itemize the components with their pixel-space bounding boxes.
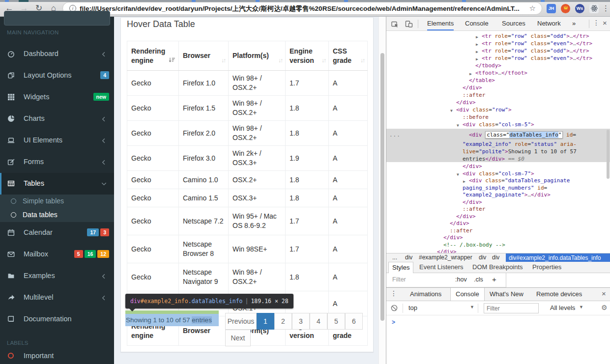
expand-arrow-icon[interactable]: ▶ [476, 56, 478, 62]
expand-arrow-icon[interactable]: ▶ [476, 34, 478, 40]
react-devtools-extension[interactable] [589, 4, 599, 13]
sidebar-item-forms[interactable]: Forms [0, 151, 114, 173]
column-header[interactable]: CSS grade↓↑ [329, 41, 368, 71]
collapse-arrow-icon[interactable]: ▼ [457, 122, 459, 129]
tab-network[interactable]: Network [537, 17, 561, 30]
browser-menu-icon[interactable]: ⋮ [602, 3, 610, 13]
styles-filter-input[interactable]: Filter [392, 276, 406, 283]
dom-tree-line[interactable]: <!-- /.box-body --> [443, 242, 505, 248]
collapse-arrow-icon[interactable]: ▼ [457, 171, 459, 178]
dom-tree-line[interactable]: entries</div> == $0 [463, 156, 524, 162]
dom-tree-line[interactable]: <div class="dataTables_info" id= [469, 132, 576, 138]
ws-extension[interactable]: Ws [575, 4, 584, 13]
breadcrumb-item[interactable]: #example2_wrapper [419, 253, 472, 262]
dom-tree-line[interactable]: </div> [456, 213, 476, 220]
previous-button[interactable]: Previous [225, 313, 257, 330]
table-row[interactable]: GeckoNetscape Browser 8Win 98SE+1.7A [127, 235, 368, 263]
column-header[interactable]: Platform(s)↓↑ [229, 41, 286, 71]
next-button[interactable]: Next [225, 330, 251, 346]
dom-tree-line[interactable]: ::after [463, 206, 485, 212]
sidebar-search-input[interactable] [4, 11, 110, 26]
drawer-tab-animations[interactable]: Animations [405, 288, 446, 301]
sidebar-item-documentation[interactable]: Documentation [0, 308, 114, 330]
dom-tree-line[interactable]: ▶<tr role="row" class="odd">…</tr> [482, 33, 589, 39]
sidebar-item-dashboard[interactable]: Dashboard [0, 43, 114, 65]
breadcrumb-item[interactable]: div [492, 253, 499, 262]
dom-tree-line[interactable]: </div> [463, 163, 482, 169]
page-scrollbar[interactable] [378, 17, 386, 364]
tab-properties[interactable]: Properties [529, 262, 565, 273]
expand-arrow-icon[interactable]: ▶ [476, 49, 478, 55]
dom-tree-line[interactable]: ▶<tr role="row" class="even">…</tr> [482, 55, 592, 61]
breadcrumb-item[interactable]: div [479, 253, 486, 262]
page-button[interactable]: 5 [327, 313, 345, 330]
tab-sources[interactable]: Sources [502, 17, 525, 30]
column-header[interactable]: Engine version↓↑ [286, 41, 329, 71]
tab-console[interactable]: Console [465, 17, 489, 30]
page-button[interactable]: 1 [257, 313, 274, 330]
table-row[interactable]: GeckoCamino 1.5OSX.3+1.8A [127, 189, 368, 207]
dom-tree-line[interactable]: ▶<tfoot>…</tfoot> [475, 70, 527, 76]
breadcrumb-active-item[interactable]: div#example2_info.dataTables_info [506, 253, 610, 262]
dom-tree-line[interactable]: ▼<div class="col-sm-7"> [463, 170, 534, 177]
console-prompt-icon[interactable]: > [392, 319, 395, 326]
flame-extension[interactable] [561, 4, 570, 13]
dom-tree-line[interactable]: ▶<tr role="row" class="odd">…</tr> [482, 48, 589, 54]
tab-event-listeners[interactable]: Event Listeners [416, 262, 467, 273]
sidebar-item-data-tables[interactable]: Data tables [0, 208, 114, 222]
table-row[interactable]: GeckoNetscape 7.2Win 95+ / Mac OS 8.6-9.… [127, 207, 368, 235]
sidebar-item-examples[interactable]: Examples [0, 265, 114, 287]
drawer-tab-what-s-new[interactable]: What's New [485, 288, 528, 301]
expand-arrow-icon[interactable]: ▶ [463, 178, 465, 185]
sidebar-item-ui-elements[interactable]: UI Elements [0, 130, 114, 151]
dom-tree-line[interactable]: "example2_paginate">…</div> [463, 192, 551, 198]
clear-console-icon[interactable] [391, 305, 398, 311]
dom-tree-line[interactable]: </div> [443, 234, 463, 241]
devtools-menu-icon[interactable]: ⋮ [593, 19, 601, 27]
sidebar-item-charts[interactable]: Charts [0, 108, 114, 130]
console-settings-gear-icon[interactable]: ⚙ [601, 304, 608, 311]
column-header[interactable]: Rendering engine [127, 41, 179, 71]
bookmark-star-icon[interactable]: ☆ [529, 4, 536, 13]
address-bar[interactable]: i file:///Users/crifan/dev/dev_root/dary… [62, 2, 542, 15]
dom-tree-line[interactable]: ▼<div class="row"> [456, 107, 512, 113]
drawer-close-icon[interactable]: × [602, 289, 606, 298]
dom-tree-line[interactable]: </div> [450, 220, 469, 226]
sidebar-item-calendar[interactable]: Calendar173 [0, 222, 114, 244]
hover-state-button[interactable]: :hov [455, 276, 467, 283]
dom-tree-line[interactable]: </div> [456, 99, 476, 106]
page-button[interactable]: 3 [292, 313, 310, 330]
sidebar-item-layout-options[interactable]: Layout Options4 [0, 65, 114, 86]
sidebar-item-widgets[interactable]: Widgetsnew [0, 86, 114, 108]
dom-tree-line[interactable]: ▶<div class="dataTables_paginate [469, 177, 570, 184]
tab-dom-breakpoints[interactable]: DOM Breakpoints [469, 262, 526, 273]
expand-arrow-icon[interactable]: ▶ [476, 41, 478, 48]
column-header[interactable]: Browser↓↑ [179, 41, 229, 71]
console-context-select[interactable]: top [408, 304, 417, 311]
sidebar-item-multilevel[interactable]: Multilevel [0, 287, 114, 308]
table-row[interactable]: GeckoCamino 1.0OSX.2+1.8A [127, 171, 368, 189]
drawer-tab-remote-devices[interactable]: Remote devices [531, 288, 587, 301]
dom-tree-line[interactable]: ::after [450, 227, 472, 234]
table-row[interactable]: GeckoFirefox 3.0Win 2k+ / OSX.3+1.9A [127, 146, 368, 171]
collapse-arrow-icon[interactable]: ▼ [450, 108, 453, 114]
page-scrollbar-thumb[interactable] [380, 53, 384, 321]
log-levels-select[interactable]: All levels [550, 304, 575, 311]
table-row[interactable]: GeckoFirefox 2.0Win 98+ / OSX.2+1.8A [127, 121, 368, 146]
device-toolbar-icon[interactable] [405, 20, 413, 28]
dom-tree-line[interactable]: </tbody> [475, 62, 501, 69]
tab-elements[interactable]: Elements [427, 17, 454, 30]
jh-extension[interactable]: JH [547, 4, 556, 13]
dom-tree-line[interactable]: ::after [463, 92, 485, 98]
inspect-element-icon[interactable] [391, 20, 399, 28]
sidebar-label-important[interactable]: Important [0, 349, 114, 364]
url-text[interactable]: file:///Users/crifan/dev/dev_root/daryun… [80, 4, 522, 13]
sidebar-item-mailbox[interactable]: Mailbox51612 [0, 244, 114, 265]
dom-tree-line[interactable]: </div> [463, 199, 482, 205]
dom-tree-line[interactable]: </div> [437, 249, 457, 253]
drawer-tab-console[interactable]: Console [450, 288, 485, 301]
page-button[interactable]: 4 [310, 313, 327, 330]
dom-tree-line[interactable]: </table> [469, 77, 495, 84]
dom-tree-line[interactable]: paging_simple_numbers" id= [463, 185, 547, 191]
expand-arrow-icon[interactable]: ▶ [469, 71, 472, 77]
